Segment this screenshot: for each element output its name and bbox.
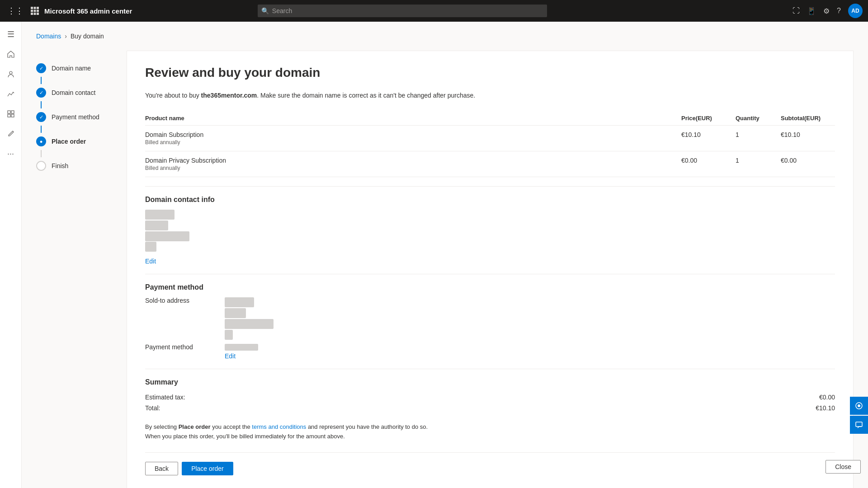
- sold-to-line-2: [225, 308, 246, 318]
- col-header-subtotal: Subtotal(EUR): [781, 111, 835, 126]
- payment-edit-link[interactable]: Edit: [225, 352, 236, 360]
- payment-grid: Sold-to address Payment method Visa ****…: [145, 297, 835, 360]
- intro-text: You're about to buy the365mentor.com. Ma…: [145, 91, 835, 100]
- payment-method-label: Payment method: [145, 343, 217, 360]
- tos-text: By selecting Place order you accept the …: [145, 422, 835, 441]
- col-header-quantity: Quantity: [736, 111, 781, 126]
- payment-method-value: Visa ****····· Edit: [225, 343, 835, 360]
- waffle-icon[interactable]: ⋮⋮: [5, 4, 25, 18]
- page-title: Review and buy your domain: [145, 66, 835, 80]
- tos-middle: you accept the: [211, 423, 252, 430]
- waffle-grid-icon[interactable]: [31, 7, 39, 15]
- step-domain-contact: ✓ Domain contact: [36, 84, 127, 101]
- sidebar-pen-icon[interactable]: [2, 125, 20, 143]
- sidebar-hamburger[interactable]: ☰: [2, 25, 20, 43]
- step-circle-domain-contact: ✓: [36, 88, 46, 98]
- sold-to-line-1: [225, 297, 254, 307]
- svg-rect-7: [34, 13, 36, 15]
- step-circle-domain-name: ✓: [36, 63, 46, 73]
- content-wrapper: ✓ Domain name ✓ Domain contact ✓ Payment…: [36, 51, 854, 488]
- tos-bold: Place order: [179, 423, 211, 430]
- contact-line-3: [145, 231, 189, 241]
- svg-rect-0: [31, 7, 33, 9]
- divider-2: [145, 274, 835, 274]
- contact-line-1: [145, 210, 175, 220]
- product-qty-1: 1: [736, 126, 781, 151]
- step-payment-method: ✓ Payment method: [36, 108, 127, 126]
- search-input[interactable]: [258, 5, 547, 17]
- sold-to-line-4: [225, 330, 233, 340]
- total-value: €10.10: [816, 404, 835, 412]
- main-panel: Review and buy your domain You're about …: [127, 51, 854, 488]
- mobile-icon[interactable]: 📱: [807, 7, 816, 15]
- breadcrumb-current: Buy domain: [71, 33, 104, 40]
- sidebar-home-icon[interactable]: [2, 45, 20, 63]
- steps-panel: ✓ Domain name ✓ Domain contact ✓ Payment…: [36, 51, 127, 488]
- close-button[interactable]: Close: [826, 460, 861, 474]
- svg-rect-11: [11, 111, 14, 113]
- tos-before: By selecting: [145, 423, 179, 430]
- svg-rect-2: [37, 7, 39, 9]
- total-label: Total:: [145, 404, 160, 412]
- floating-chat-button[interactable]: [850, 397, 868, 415]
- breadcrumb-parent[interactable]: Domains: [36, 33, 61, 40]
- sold-to-line-3: [225, 319, 274, 329]
- contact-edit-link[interactable]: Edit: [145, 258, 156, 265]
- floating-feedback-button[interactable]: [850, 416, 868, 434]
- step-circle-place-order: ●: [36, 136, 46, 146]
- summary-total-row: Total: €10.10: [145, 403, 835, 413]
- payment-section-title: Payment method: [145, 283, 835, 291]
- avatar[interactable]: AD: [848, 4, 863, 18]
- svg-rect-10: [8, 111, 10, 113]
- product-name-1: Domain Subscription Billed annually: [145, 126, 681, 151]
- svg-rect-8: [37, 13, 39, 15]
- settings-icon[interactable]: ⚙: [823, 7, 830, 15]
- step-label-domain-name: Domain name: [52, 65, 91, 72]
- step-place-order: ● Place order: [36, 133, 127, 150]
- svg-rect-13: [11, 114, 14, 117]
- sidebar: ☰ ···: [0, 22, 22, 488]
- fullscreen-icon[interactable]: ⛶: [793, 7, 800, 15]
- product-subtotal-1: €10.10: [781, 126, 835, 151]
- tax-value: €0.00: [819, 394, 835, 401]
- svg-rect-3: [31, 10, 33, 12]
- divider-3: [145, 369, 835, 369]
- intro-after: . Make sure the domain name is correct a…: [257, 92, 475, 99]
- place-order-button[interactable]: Place order: [182, 462, 233, 475]
- step-label-payment-method: Payment method: [52, 113, 99, 121]
- summary-section: Estimated tax: €0.00 Total: €10.10: [145, 392, 835, 413]
- back-button[interactable]: Back: [145, 462, 178, 475]
- summary-tax-row: Estimated tax: €0.00: [145, 392, 835, 403]
- step-connector-1: [41, 77, 42, 84]
- product-name-2: Domain Privacy Subscription Billed annua…: [145, 151, 681, 177]
- app-title: Microsoft 365 admin center: [44, 7, 132, 15]
- intro-domain: the365mentor.com: [201, 92, 257, 99]
- step-connector-3: [41, 126, 42, 133]
- sidebar-more-icon[interactable]: ···: [2, 145, 20, 163]
- main-container: Domains › Buy domain ✓ Domain name ✓ Dom…: [22, 22, 868, 488]
- tos-link[interactable]: terms and conditions: [252, 423, 306, 430]
- search-bar[interactable]: 🔍: [258, 5, 547, 17]
- divider-1: [145, 186, 835, 187]
- close-button-outer: Close: [826, 460, 861, 474]
- step-label-domain-contact: Domain contact: [52, 89, 95, 96]
- product-price-1: €10.10: [681, 126, 736, 151]
- visa-number: Visa ****·····: [225, 344, 258, 351]
- help-icon[interactable]: ?: [837, 7, 841, 15]
- table-row: Domain Privacy Subscription Billed annua…: [145, 151, 835, 177]
- sidebar-catalog-icon[interactable]: [2, 105, 20, 123]
- sold-to-value: [225, 297, 835, 340]
- svg-rect-6: [31, 13, 33, 15]
- tos-after-link: and represent you have the authority to …: [306, 423, 428, 430]
- product-billing-1: Billed annually: [145, 139, 681, 145]
- contact-line-2: [145, 221, 168, 230]
- tos-line2: When you place this order, you'll be bil…: [145, 433, 345, 440]
- sidebar-analytics-icon[interactable]: [2, 85, 20, 103]
- order-table: Product name Price(EUR) Quantity Subtota…: [145, 111, 835, 177]
- step-domain-name: ✓ Domain name: [36, 60, 127, 77]
- step-label-finish: Finish: [52, 162, 68, 169]
- breadcrumb-separator: ›: [65, 33, 67, 40]
- summary-title: Summary: [145, 378, 835, 386]
- product-qty-2: 1: [736, 151, 781, 177]
- sidebar-users-icon[interactable]: [2, 65, 20, 83]
